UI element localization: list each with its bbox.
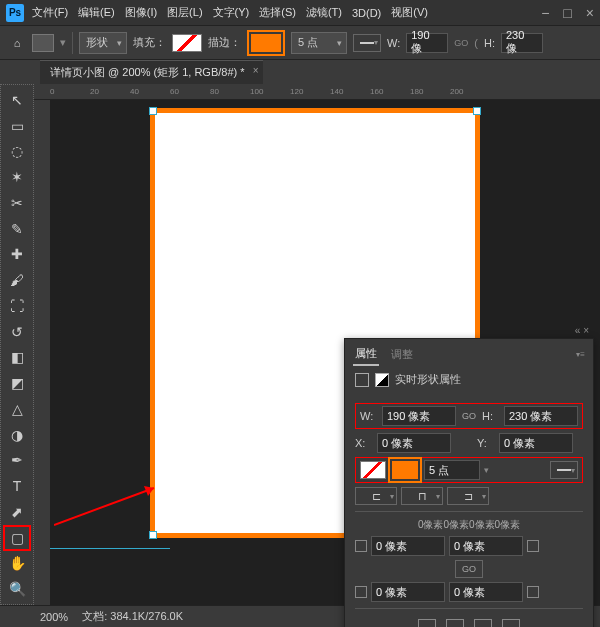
window-restore-icon[interactable]: □ [563, 5, 571, 21]
width-input[interactable]: 190 像 [406, 33, 448, 53]
prop-w-input[interactable]: 190 像素 [382, 406, 456, 426]
type-tool[interactable]: T [5, 475, 29, 497]
options-bar: ⌂ ▾ 形状 填充： 描边： 5 点 W: 190 像 GO ( H: 230 … [0, 26, 600, 60]
align-edge-dropdown[interactable]: ⊏ [355, 487, 397, 505]
annotation-arrow [54, 480, 164, 530]
guide-line [50, 548, 170, 549]
handle-top-right[interactable] [473, 107, 481, 115]
radius-bl-toggle[interactable] [355, 586, 367, 598]
radius-bl-input[interactable]: 0 像素 [371, 582, 445, 602]
align-4-icon[interactable] [502, 619, 520, 627]
menu-type[interactable]: 文字(Y) [213, 5, 250, 20]
gradient-tool[interactable]: ◩ [5, 372, 29, 394]
prop-x-label: X: [355, 437, 373, 449]
stroke-label: 描边： [208, 35, 241, 50]
path-select-tool[interactable]: ⬈ [5, 501, 29, 523]
menu-3d[interactable]: 3D(D) [352, 7, 381, 19]
width-label: W: [387, 37, 400, 49]
wh-link-icon[interactable]: GO [460, 407, 478, 425]
radius-br-toggle[interactable] [527, 586, 539, 598]
tab-close-icon[interactable]: × [253, 65, 259, 76]
join-dropdown[interactable]: ⊐ [447, 487, 489, 505]
tool-column: ↖ ▭ ◌ ✶ ✂ ✎ ✚ 🖌 ⛶ ↺ ◧ ◩ △ ◑ ✒ T ⬈ ▢ ✋ 🔍 [0, 84, 34, 605]
doc-tab-row: 详情页小图 @ 200% (矩形 1, RGB/8#) * × [0, 60, 600, 84]
shape-mode-dropdown[interactable]: 形状 [79, 32, 127, 54]
crop-tool[interactable]: ✂ [5, 192, 29, 214]
align-1-icon[interactable] [418, 619, 436, 627]
radius-tr-toggle[interactable] [527, 540, 539, 552]
fill-swatch[interactable] [172, 34, 202, 52]
divider [72, 32, 73, 54]
height-input[interactable]: 230 像 [501, 33, 543, 53]
zoom-tool[interactable]: 🔍 [5, 578, 29, 600]
hand-tool[interactable]: ✋ [5, 553, 29, 575]
eyedropper-tool[interactable]: ✎ [5, 218, 29, 240]
handle-top-left[interactable] [149, 107, 157, 115]
prop-h-label: H: [482, 410, 500, 422]
history-brush-tool[interactable]: ↺ [5, 321, 29, 343]
fill-label: 填充： [133, 35, 166, 50]
radius-summary: 0像素0像素0像素0像素 [355, 518, 583, 532]
menu-edit[interactable]: 编辑(E) [78, 5, 115, 20]
prop-y-input[interactable]: 0 像素 [499, 433, 573, 453]
menu-layer[interactable]: 图层(L) [167, 5, 202, 20]
radius-br-input[interactable]: 0 像素 [449, 582, 523, 602]
cap-dropdown[interactable]: ⊓ [401, 487, 443, 505]
document-tab[interactable]: 详情页小图 @ 200% (矩形 1, RGB/8#) * × [40, 60, 263, 84]
rectangle-tool[interactable]: ▢ [5, 527, 29, 549]
filesize-value: 384.1K/276.0K [110, 610, 183, 622]
brush-tool[interactable]: 🖌 [5, 269, 29, 291]
menu-file[interactable]: 文件(F) [32, 5, 68, 20]
blur-tool[interactable]: △ [5, 398, 29, 420]
heal-tool[interactable]: ✚ [5, 244, 29, 266]
properties-panel: « × 属性 调整 ▾≡ 实时形状属性 W: 190 像素 GO H: 230 … [344, 338, 594, 627]
align-2-icon[interactable] [446, 619, 464, 627]
workspace: ↖ ▭ ◌ ✶ ✂ ✎ ✚ 🖌 ⛶ ↺ ◧ ◩ △ ◑ ✒ T ⬈ ▢ ✋ 🔍 … [0, 84, 600, 605]
handle-bottom-left[interactable] [149, 531, 157, 539]
prop-stroke-size-input[interactable]: 5 点 [424, 460, 480, 480]
stamp-tool[interactable]: ⛶ [5, 295, 29, 317]
radius-tr-input[interactable]: 0 像素 [449, 536, 523, 556]
window-close-icon[interactable]: × [586, 5, 594, 21]
align-3-icon[interactable] [474, 619, 492, 627]
wh-link-icon[interactable]: GO [454, 38, 468, 48]
tab-adjustments[interactable]: 调整 [389, 344, 415, 365]
menu-image[interactable]: 图像(I) [125, 5, 157, 20]
dodge-tool[interactable]: ◑ [5, 424, 29, 446]
quick-select-tool[interactable]: ✶ [5, 166, 29, 188]
home-icon[interactable]: ⌂ [8, 34, 26, 52]
panel-menu-icon[interactable]: ▾≡ [576, 350, 585, 359]
window-minimize-icon[interactable]: − [541, 5, 549, 21]
radius-tl-input[interactable]: 0 像素 [371, 536, 445, 556]
pen-tool[interactable]: ✒ [5, 450, 29, 472]
document-tab-label: 详情页小图 @ 200% (矩形 1, RGB/8#) * [50, 66, 245, 78]
prop-fill-swatch[interactable] [360, 461, 386, 479]
prop-h-input[interactable]: 230 像素 [504, 406, 578, 426]
stroke-size-dropdown[interactable]: 5 点 [291, 32, 347, 54]
prop-x-input[interactable]: 0 像素 [377, 433, 451, 453]
prop-w-label: W: [360, 410, 378, 422]
panel-collapse-icon[interactable]: « × [575, 325, 589, 336]
prop-stroke-swatch[interactable] [392, 461, 418, 479]
prop-y-label: Y: [477, 437, 495, 449]
stroke-swatch[interactable] [251, 34, 281, 52]
svg-line-0 [54, 488, 154, 525]
radius-link-icon[interactable]: GO [455, 560, 483, 578]
lasso-tool[interactable]: ◌ [5, 141, 29, 163]
app-logo: Ps [6, 4, 24, 22]
radius-tl-toggle[interactable] [355, 540, 367, 552]
panel-title: 实时形状属性 [395, 372, 461, 387]
prop-stroke-dash-dropdown[interactable] [550, 461, 578, 479]
preset-swatch[interactable] [32, 34, 54, 52]
eraser-tool[interactable]: ◧ [5, 347, 29, 369]
marquee-tool[interactable]: ▭ [5, 115, 29, 137]
menu-select[interactable]: 选择(S) [259, 5, 296, 20]
menu-view[interactable]: 视图(V) [391, 5, 428, 20]
zoom-level[interactable]: 200% [40, 611, 68, 623]
tab-properties[interactable]: 属性 [353, 343, 379, 366]
vertical-ruler [34, 100, 50, 605]
horizontal-ruler: 020406080100120140160180200 [34, 84, 600, 100]
stroke-dash-dropdown[interactable] [353, 34, 381, 52]
menu-filter[interactable]: 滤镜(T) [306, 5, 342, 20]
move-tool[interactable]: ↖ [5, 89, 29, 111]
